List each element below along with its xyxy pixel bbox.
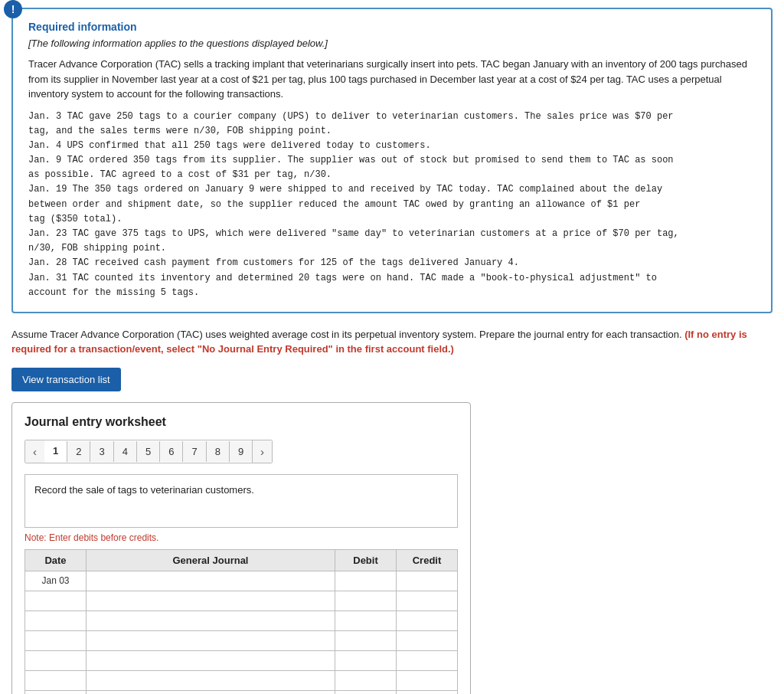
date-cell-empty-7 (25, 690, 87, 694)
credit-input-3[interactable] (401, 616, 452, 627)
journal-input-4[interactable] (91, 636, 330, 647)
transaction-line: Jan. 3 TAC gave 250 tags to a courier co… (28, 110, 756, 124)
note-text: Note: Enter debits before credits. (24, 532, 458, 543)
table-row (25, 611, 458, 630)
tab-prev-arrow[interactable]: ‹ (25, 440, 44, 463)
journal-cell-5[interactable] (87, 650, 335, 670)
tab-5[interactable]: 5 (136, 441, 159, 462)
journal-cell-2[interactable] (87, 591, 335, 611)
date-cell-empty-4 (25, 630, 87, 650)
info-icon: ! (4, 0, 22, 18)
journal-input-3[interactable] (91, 616, 330, 627)
description-text: Record the sale of tags to veterinarian … (34, 484, 254, 496)
credit-input-6[interactable] (401, 676, 452, 686)
debit-input-2[interactable] (340, 596, 391, 607)
debit-cell-7[interactable] (335, 690, 397, 694)
tab-2[interactable]: 2 (67, 441, 90, 462)
tab-7[interactable]: 7 (182, 441, 205, 462)
transaction-line: Jan. 4 UPS confirmed that all 250 tags w… (28, 139, 756, 153)
info-box: ! Required information [The following in… (11, 8, 773, 313)
journal-input-6[interactable] (91, 676, 330, 686)
debit-cell-4[interactable] (335, 630, 397, 650)
view-transaction-button[interactable]: View transaction list (11, 368, 121, 391)
date-cell-empty-6 (25, 670, 87, 690)
transaction-line: as possible. TAC agreed to a cost of $31… (28, 168, 756, 182)
debit-cell-1[interactable] (335, 571, 397, 591)
journal-input-1[interactable] (91, 576, 330, 587)
debit-input-6[interactable] (340, 676, 391, 686)
col-header-journal: General Journal (87, 549, 335, 571)
date-cell: Jan 03 (25, 571, 87, 591)
transaction-line: Jan. 31 TAC counted its inventory and de… (28, 271, 756, 286)
table-row (25, 690, 458, 694)
transaction-line: Jan. 28 TAC received cash payment from c… (28, 256, 756, 270)
credit-input-5[interactable] (401, 656, 452, 666)
journal-cell-7[interactable] (87, 690, 335, 694)
transaction-line: between order and shipment date, so the … (28, 198, 756, 212)
worksheet-container: Journal entry worksheet ‹ 1 2 3 4 5 6 7 … (11, 402, 471, 694)
journal-input-2[interactable] (91, 596, 330, 607)
debit-cell-3[interactable] (335, 611, 397, 630)
credit-input-2[interactable] (401, 596, 452, 607)
debit-input-3[interactable] (340, 616, 391, 627)
transaction-line: tag, and the sales terms were n/30, FOB … (28, 124, 756, 139)
debit-cell-2[interactable] (335, 591, 397, 611)
instruction-text1: Assume Tracer Advance Corporation (TAC) … (11, 329, 682, 340)
tab-3[interactable]: 3 (90, 441, 113, 462)
info-title: Required information (28, 21, 756, 33)
journal-cell-3[interactable] (87, 611, 335, 630)
debit-cell-6[interactable] (335, 670, 397, 690)
table-row (25, 650, 458, 670)
table-row (25, 591, 458, 611)
credit-cell-2[interactable] (397, 591, 458, 611)
journal-table: Date General Journal Debit Credit Jan 03 (24, 549, 458, 694)
tab-4[interactable]: 4 (113, 441, 136, 462)
credit-cell-7[interactable] (397, 690, 458, 694)
tab-6[interactable]: 6 (159, 441, 182, 462)
tab-8[interactable]: 8 (206, 441, 229, 462)
date-cell-empty-2 (25, 591, 87, 611)
tab-1[interactable]: 1 (44, 440, 67, 463)
date-cell-empty-3 (25, 611, 87, 630)
credit-cell-3[interactable] (397, 611, 458, 630)
worksheet-title: Journal entry worksheet (24, 415, 458, 429)
info-subtitle: [The following information applies to th… (28, 38, 756, 49)
journal-input-5[interactable] (91, 656, 330, 666)
record-description: Record the sale of tags to veterinarian … (24, 474, 458, 528)
transaction-line: account for the missing 5 tags. (28, 286, 756, 300)
journal-cell-4[interactable] (87, 630, 335, 650)
tab-navigation: ‹ 1 2 3 4 5 6 7 8 9 › (24, 440, 273, 463)
credit-cell-6[interactable] (397, 670, 458, 690)
credit-cell-4[interactable] (397, 630, 458, 650)
transaction-line: n/30, FOB shipping point. (28, 241, 756, 256)
info-body: Tracer Advance Corporation (TAC) sells a… (28, 57, 756, 102)
debit-input-4[interactable] (340, 636, 391, 647)
debit-input-1[interactable] (340, 576, 391, 587)
transaction-line: tag ($350 total). (28, 212, 756, 227)
table-row: Jan 03 (25, 571, 458, 591)
credit-cell-5[interactable] (397, 650, 458, 670)
tab-next-arrow[interactable]: › (252, 440, 272, 463)
journal-cell-1[interactable] (87, 571, 335, 591)
instruction-text: Assume Tracer Advance Corporation (TAC) … (11, 327, 773, 357)
table-row (25, 630, 458, 650)
credit-cell-1[interactable] (397, 571, 458, 591)
debit-input-5[interactable] (340, 656, 391, 666)
col-header-credit: Credit (397, 549, 458, 571)
credit-input-4[interactable] (401, 636, 452, 647)
transaction-line: Jan. 19 The 350 tags ordered on January … (28, 182, 756, 197)
transaction-line: Jan. 9 TAC ordered 350 tags from its sup… (28, 153, 756, 168)
info-transactions: Jan. 3 TAC gave 250 tags to a courier co… (28, 110, 756, 300)
date-cell-empty-5 (25, 650, 87, 670)
transaction-line: Jan. 23 TAC gave 375 tags to UPS, which … (28, 227, 756, 241)
tab-9[interactable]: 9 (229, 441, 252, 462)
table-row (25, 670, 458, 690)
debit-cell-5[interactable] (335, 650, 397, 670)
credit-input-1[interactable] (401, 576, 452, 587)
col-header-date: Date (25, 549, 87, 571)
col-header-debit: Debit (335, 549, 397, 571)
journal-cell-6[interactable] (87, 670, 335, 690)
